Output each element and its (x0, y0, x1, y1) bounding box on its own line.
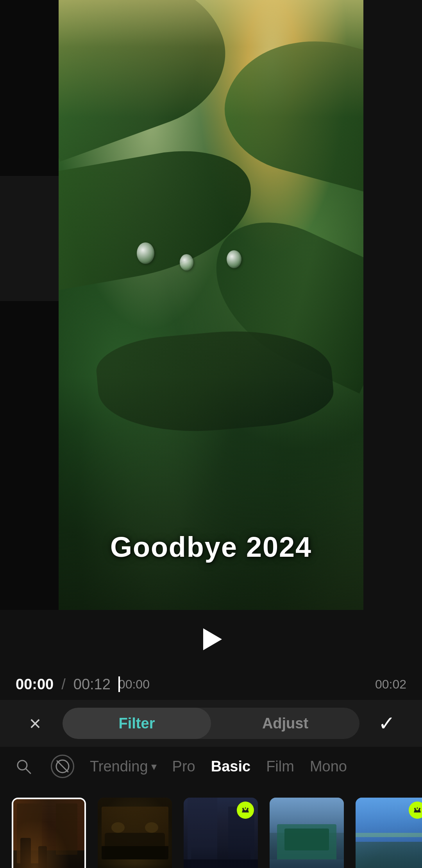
video-frame: Goodbye 2024 (59, 0, 363, 610)
filter-categories: Trending ▾ Pro Basic Film Mono (0, 747, 422, 786)
category-trending[interactable]: Trending ▾ (90, 758, 157, 775)
close-button[interactable]: × (20, 708, 51, 739)
play-button[interactable] (195, 624, 227, 655)
timeline-track[interactable]: 00:00 00:02 (118, 676, 406, 692)
tab-filter[interactable]: Filter (63, 708, 211, 739)
svg-line-2 (57, 761, 68, 772)
play-icon (203, 628, 222, 650)
no-filter-button[interactable] (51, 755, 74, 778)
timeline-cursor (118, 676, 120, 692)
filter-thumbnails: Yeast 1977 (0, 786, 422, 868)
amaro-pro-badge (237, 802, 254, 819)
svg-point-4 (242, 808, 244, 809)
dark-overlay (59, 375, 363, 610)
controls-bar: × Filter Adjust ✓ (0, 700, 422, 747)
dropdown-icon: ▾ (151, 760, 157, 773)
filter-yeast[interactable]: Yeast (12, 798, 86, 868)
video-preview: Goodbye 2024 (0, 0, 422, 610)
filter-1977[interactable]: 1977 (98, 798, 172, 868)
filter-hudson[interactable]: Hudson (356, 798, 422, 868)
left-panel-peek (0, 176, 63, 301)
no-filter-icon (55, 759, 70, 773)
playback-area (0, 610, 422, 669)
timeline-marker-1: 00:00 (118, 677, 150, 692)
water-droplet-3 (227, 250, 241, 268)
category-film[interactable]: Film (266, 758, 294, 775)
filter-yeast-image (13, 799, 84, 868)
timeline-times: 00:00 00:02 (118, 677, 406, 692)
timeline-marker-2: 00:02 (375, 677, 406, 692)
category-basic[interactable]: Basic (211, 758, 250, 775)
svg-point-5 (247, 808, 249, 809)
filter-1977-image (98, 798, 172, 868)
water-droplet-1 (137, 242, 154, 264)
search-button[interactable] (12, 755, 35, 778)
svg-point-7 (419, 808, 420, 809)
svg-line-1 (26, 769, 30, 773)
filter-amaro[interactable]: Amaro (184, 798, 258, 868)
crown-icon (413, 805, 422, 815)
filter-brannan[interactable]: Brannan (270, 798, 344, 868)
tab-group: Filter Adjust (63, 708, 359, 739)
svg-point-6 (414, 808, 416, 809)
timeline-bar: 00:00 / 00:12 00:00 00:02 (0, 669, 422, 700)
tab-adjust[interactable]: Adjust (211, 708, 359, 739)
video-title: Goodbye 2024 (110, 531, 312, 563)
confirm-button[interactable]: ✓ (371, 708, 402, 739)
filter-brannan-image (270, 798, 344, 868)
sky-glow (59, 0, 363, 117)
crown-icon (241, 805, 250, 815)
time-separator: / (61, 676, 66, 693)
category-mono[interactable]: Mono (310, 758, 347, 775)
total-time: 00:12 (73, 676, 111, 693)
current-time: 00:00 (16, 676, 54, 693)
search-icon (15, 758, 32, 775)
water-droplet-2 (180, 254, 193, 271)
category-pro[interactable]: Pro (172, 758, 195, 775)
